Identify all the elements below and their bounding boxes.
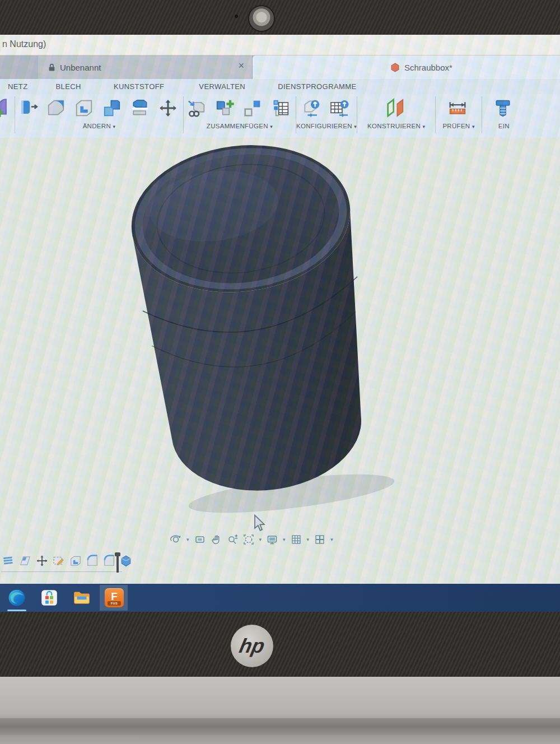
- sketch-lines-icon[interactable]: [1, 554, 16, 570]
- measure-icon[interactable]: [445, 96, 473, 122]
- press-pull-icon[interactable]: [15, 96, 43, 122]
- file-explorer-icon[interactable]: [72, 588, 92, 608]
- microphone-dot: [235, 15, 238, 18]
- joint-icon[interactable]: [240, 96, 268, 122]
- menu-verwalten[interactable]: VERWALTEN: [199, 82, 245, 91]
- chevron-down-icon: ▾: [423, 124, 426, 129]
- group-konstruieren: KONSTRUIEREN ▾: [357, 94, 435, 138]
- display-settings-icon[interactable]: [266, 533, 278, 546]
- grid-icon[interactable]: [290, 533, 302, 546]
- extrude-icon[interactable]: [119, 554, 133, 570]
- chevron-down-icon: ▾: [472, 124, 475, 129]
- chevron-down-icon: ▾: [270, 124, 273, 129]
- create-form-icon[interactable]: [0, 94, 15, 138]
- hp-logo: hp: [231, 625, 273, 667]
- group-zusammenfuegen: ZUSAMMENFÜGEN ▾: [184, 94, 296, 138]
- look-at-icon[interactable]: [194, 533, 206, 546]
- group-aendern-label: ÄNDERN: [83, 123, 111, 129]
- pan-icon[interactable]: [210, 533, 222, 546]
- chevron-down-icon[interactable]: ▾: [283, 537, 286, 542]
- move-icon[interactable]: [35, 554, 49, 570]
- move-copy-icon[interactable]: [155, 96, 183, 122]
- laptop: n Nutzung) Unbenannt × Schraubbox* NETZ …: [0, 0, 560, 744]
- edge-active-indicator: [7, 610, 26, 611]
- group-pruefen: PRÜFEN ▾: [436, 94, 481, 138]
- screen: n Nutzung) Unbenannt × Schraubbox* NETZ …: [0, 35, 560, 612]
- close-icon[interactable]: ×: [238, 61, 244, 71]
- laptop-top-bezel: [0, 0, 560, 35]
- group-pruefen-label: PRÜFEN: [442, 123, 470, 129]
- chevron-down-icon[interactable]: ▾: [330, 537, 333, 542]
- fillet-icon[interactable]: [102, 554, 116, 570]
- bom-table-icon[interactable]: [268, 96, 296, 122]
- hp-logo-text: hp: [237, 634, 267, 658]
- chevron-down-icon[interactable]: ▾: [186, 537, 189, 542]
- bolt-icon[interactable]: [490, 96, 518, 122]
- timeline-track: [1, 571, 122, 572]
- configuration-table-icon[interactable]: [326, 96, 354, 122]
- menu-kunststoff[interactable]: KUNSTSTOFF: [114, 82, 164, 91]
- shell-icon[interactable]: [71, 96, 99, 122]
- fusion360-icon[interactable]: F FUS: [104, 588, 124, 608]
- insert-derive-icon[interactable]: [184, 96, 212, 122]
- edge-icon[interactable]: [7, 588, 27, 608]
- history-timeline: [0, 554, 140, 579]
- sketch-edit-icon[interactable]: [52, 554, 66, 570]
- chevron-down-icon[interactable]: ▾: [259, 537, 262, 542]
- offset-plane-icon[interactable]: [382, 96, 410, 122]
- webcam: [249, 6, 274, 31]
- document-tabbar: Unbenannt × Schraubbox*: [0, 55, 560, 79]
- fillet-icon[interactable]: [85, 554, 100, 570]
- configure-icon[interactable]: [298, 96, 326, 122]
- window-title: n Nutzung): [2, 39, 46, 49]
- store-icon[interactable]: [39, 588, 59, 608]
- viewports-icon[interactable]: [314, 533, 326, 546]
- tab-unbenannt-label: Unbenannt: [60, 63, 101, 72]
- fusion-badge: FUS: [108, 601, 121, 606]
- zoom-icon[interactable]: [226, 533, 239, 546]
- group-konfigurieren: KONFIGURIEREN ▾: [296, 94, 357, 138]
- tab-unbenannt[interactable]: Unbenannt ×: [38, 55, 253, 79]
- group-einfuegen-label: EIN: [498, 123, 510, 129]
- model-cylinder[interactable]: [0, 138, 560, 584]
- view-navigation-bar: ▾ ▾ ▾ ▾ ▾: [170, 533, 334, 546]
- tab-schraubbox-label: Schraubbox*: [404, 63, 452, 72]
- shell-icon[interactable]: [68, 554, 83, 570]
- mouse-cursor: [252, 514, 267, 532]
- group-einfuegen: EIN: [482, 94, 518, 138]
- laptop-bottom-bezel: [0, 612, 560, 677]
- fit-icon[interactable]: [242, 533, 255, 546]
- group-konfigurieren-label: KONFIGURIEREN: [296, 123, 352, 129]
- viewport-canvas[interactable]: ▾ ▾ ▾ ▾ ▾: [0, 138, 560, 584]
- windows-taskbar: F FUS: [0, 584, 560, 612]
- timeline-playhead[interactable]: [116, 554, 119, 573]
- tab-schraubbox[interactable]: Schraubbox*: [253, 55, 560, 79]
- ribbon-menu-row: NETZ BLECH KUNSTSTOFF VERWALTEN DIENSTPR…: [0, 79, 560, 94]
- group-aendern: ÄNDERN ▾: [15, 94, 183, 138]
- lock-icon: [48, 63, 55, 72]
- window-titlebar: n Nutzung): [0, 35, 560, 55]
- chevron-down-icon: ▾: [113, 124, 116, 129]
- laptop-base: [0, 677, 560, 744]
- group-konstruieren-label: KONSTRUIEREN: [367, 123, 421, 129]
- new-component-icon[interactable]: [212, 96, 240, 122]
- chevron-down-icon[interactable]: ▾: [307, 537, 310, 542]
- group-zusammenfuegen-label: ZUSAMMENFÜGEN: [207, 123, 268, 129]
- combine-icon[interactable]: [99, 96, 127, 122]
- menu-dienstprogramme[interactable]: DIENSTPROGRAMME: [278, 82, 356, 91]
- menu-netz[interactable]: NETZ: [8, 82, 28, 91]
- orbit-icon[interactable]: [170, 533, 182, 546]
- sketch-plane-icon[interactable]: [18, 554, 32, 570]
- split-body-icon[interactable]: [127, 96, 155, 122]
- fillet-icon[interactable]: [43, 96, 71, 122]
- ribbon-toolbar: ÄNDERN ▾: [0, 94, 560, 138]
- menu-blech[interactable]: BLECH: [56, 82, 81, 91]
- hexagon-component-icon: [390, 63, 400, 72]
